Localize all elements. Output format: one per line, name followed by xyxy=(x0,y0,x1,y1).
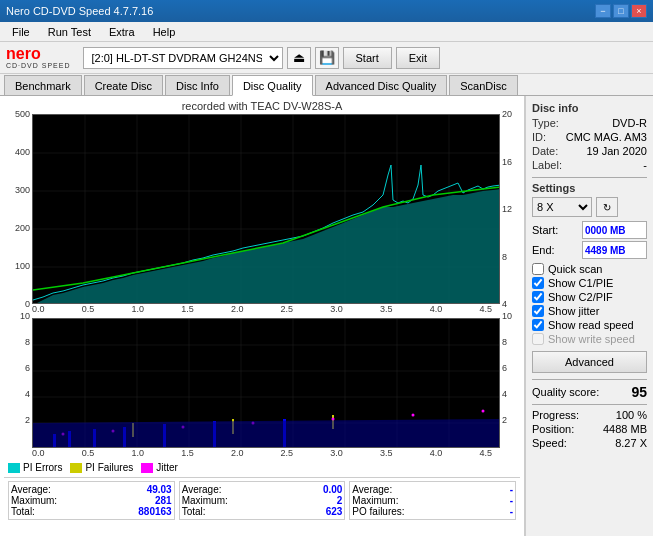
divider-2 xyxy=(532,379,647,380)
pi-failures-avg-value: 0.00 xyxy=(323,484,342,495)
upper-x-axis: 0.00.51.01.52.02.53.03.54.04.5 xyxy=(4,304,520,314)
show-c1pie-checkbox[interactable] xyxy=(532,277,544,289)
pi-errors-max-label: Maximum: xyxy=(11,495,57,506)
upper-chart-wrapper: 0 100 200 300 400 500 xyxy=(4,114,520,304)
tab-scan-disc[interactable]: ScanDisc xyxy=(449,75,517,95)
pi-errors-max-value: 281 xyxy=(155,495,172,506)
svg-point-40 xyxy=(412,414,415,417)
svg-marker-42 xyxy=(33,419,500,448)
menu-extra[interactable]: Extra xyxy=(101,24,143,40)
id-label: ID: xyxy=(532,131,546,143)
jitter-max-row: Maximum: - xyxy=(352,495,513,506)
show-read-speed-checkbox[interactable] xyxy=(532,319,544,331)
speed-row: 8 X ↻ xyxy=(532,197,647,217)
lower-y-right-8: 8 xyxy=(502,337,507,347)
jitter-max-label: Maximum: xyxy=(352,495,398,506)
svg-point-41 xyxy=(482,410,485,413)
menu-run-test[interactable]: Run Test xyxy=(40,24,99,40)
upper-chart xyxy=(32,114,500,304)
y-label-400: 400 xyxy=(15,147,30,157)
pi-errors-stats: Average: 49.03 Maximum: 281 Total: 88016… xyxy=(8,481,175,520)
date-label: Date: xyxy=(532,145,558,157)
logo-area: nero CD·DVD SPEED xyxy=(6,46,71,69)
progress-label: Progress: xyxy=(532,409,579,421)
maximize-button[interactable]: □ xyxy=(613,4,629,18)
pi-errors-avg-row: Average: 49.03 xyxy=(11,484,172,495)
title-bar-controls[interactable]: − □ × xyxy=(595,4,647,18)
settings-title: Settings xyxy=(532,182,647,194)
type-value: DVD-R xyxy=(612,117,647,129)
drive-select[interactable]: [2:0] HL-DT-ST DVDRAM GH24NSD0 LH00 xyxy=(83,47,283,69)
minimize-button[interactable]: − xyxy=(595,4,611,18)
lower-y-left-8: 8 xyxy=(25,337,30,347)
tab-benchmark[interactable]: Benchmark xyxy=(4,75,82,95)
show-jitter-label: Show jitter xyxy=(548,305,599,317)
legend: PI Errors PI Failures Jitter xyxy=(4,462,520,473)
pi-errors-total-row: Total: 880163 xyxy=(11,506,172,517)
lower-y-axis-left: 8 6 4 2 10 xyxy=(4,316,32,446)
logo-subtitle: CD·DVD SPEED xyxy=(6,62,71,69)
type-label: Type: xyxy=(532,117,559,129)
disc-info-title: Disc info xyxy=(532,102,647,114)
quality-row: Quality score: 95 xyxy=(532,384,647,400)
quality-score-label: Quality score: xyxy=(532,386,599,398)
close-button[interactable]: × xyxy=(631,4,647,18)
y-label-300: 300 xyxy=(15,185,30,195)
jitter-max-value: - xyxy=(510,495,513,506)
pi-failures-avg-row: Average: 0.00 xyxy=(182,484,343,495)
divider-3 xyxy=(532,404,647,405)
speed-refresh-button[interactable]: ↻ xyxy=(596,197,618,217)
settings-section: Settings 8 X ↻ Start: End: Quick scan xyxy=(532,182,647,373)
tab-disc-quality[interactable]: Disc Quality xyxy=(232,75,313,96)
show-c2pif-checkbox[interactable] xyxy=(532,291,544,303)
advanced-button[interactable]: Advanced xyxy=(532,351,647,373)
type-row: Type: DVD-R xyxy=(532,117,647,129)
eject-button[interactable]: ⏏ xyxy=(287,47,311,69)
speed-display-label: Speed: xyxy=(532,437,567,449)
y-label-0: 0 xyxy=(25,299,30,309)
jitter-stats: Average: - Maximum: - PO failures: - xyxy=(349,481,516,520)
y-label-500: 500 xyxy=(15,109,30,119)
tab-advanced-disc-quality[interactable]: Advanced Disc Quality xyxy=(315,75,448,95)
menu-bar: File Run Test Extra Help xyxy=(0,22,653,42)
show-jitter-checkbox[interactable] xyxy=(532,305,544,317)
pi-failures-max-label: Maximum: xyxy=(182,495,228,506)
lower-y-axis-right: 10 8 6 4 2 xyxy=(500,316,520,446)
position-row: Position: 4488 MB xyxy=(532,423,647,435)
id-row: ID: CMC MAG. AM3 xyxy=(532,131,647,143)
tab-create-disc[interactable]: Create Disc xyxy=(84,75,163,95)
toolbar: nero CD·DVD SPEED [2:0] HL-DT-ST DVDRAM … xyxy=(0,42,653,74)
pi-failures-total-label: Total: xyxy=(182,506,206,517)
lower-chart-wrapper: 8 6 4 2 10 xyxy=(4,316,520,448)
show-write-speed-checkbox[interactable] xyxy=(532,333,544,345)
disc-label-row: Label: - xyxy=(532,159,647,171)
position-label: Position: xyxy=(532,423,574,435)
y-right-16: 16 xyxy=(502,157,512,167)
start-button[interactable]: Start xyxy=(343,47,392,69)
show-c2pif-row: Show C2/PIF xyxy=(532,291,647,303)
quality-score-value: 95 xyxy=(631,384,647,400)
progress-row: Progress: 100 % xyxy=(532,409,647,421)
lower-y-right-6: 6 xyxy=(502,363,507,373)
menu-file[interactable]: File xyxy=(4,24,38,40)
exit-button[interactable]: Exit xyxy=(396,47,440,69)
svg-point-39 xyxy=(332,418,335,421)
pi-errors-max-row: Maximum: 281 xyxy=(11,495,172,506)
end-input[interactable] xyxy=(582,241,647,259)
tab-disc-info[interactable]: Disc Info xyxy=(165,75,230,95)
speed-select[interactable]: 8 X xyxy=(532,197,592,217)
legend-pi-errors-label: PI Errors xyxy=(23,462,62,473)
y-right-12: 12 xyxy=(502,204,512,214)
po-failures-row: PO failures: - xyxy=(352,506,513,517)
menu-help[interactable]: Help xyxy=(145,24,184,40)
jitter-avg-label: Average: xyxy=(352,484,392,495)
disc-info-section: Disc info Type: DVD-R ID: CMC MAG. AM3 D… xyxy=(532,102,647,171)
chart-title: recorded with TEAC DV-W28S-A xyxy=(4,100,520,112)
show-c1pie-row: Show C1/PIE xyxy=(532,277,647,289)
speed-display-value: 8.27 X xyxy=(615,437,647,449)
start-input[interactable] xyxy=(582,221,647,239)
speed-display-row: Speed: 8.27 X xyxy=(532,437,647,449)
lower-y-left-6: 6 xyxy=(25,363,30,373)
quick-scan-checkbox[interactable] xyxy=(532,263,544,275)
save-button[interactable]: 💾 xyxy=(315,47,339,69)
